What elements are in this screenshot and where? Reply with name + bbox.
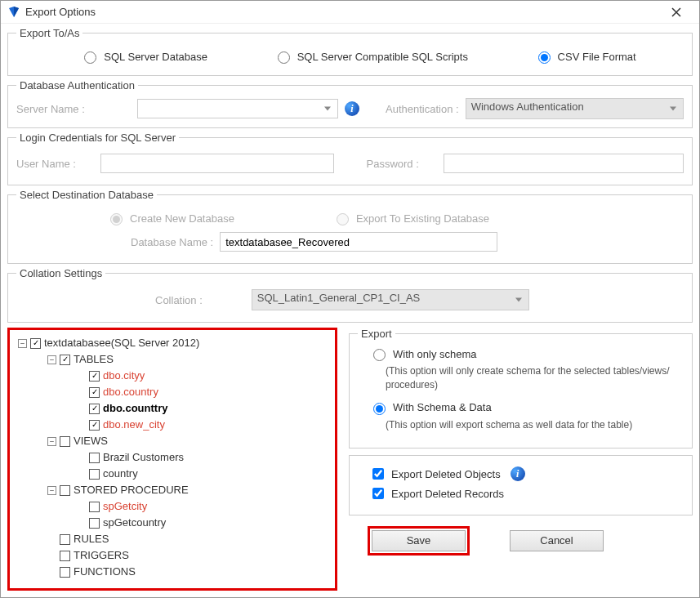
user-name-label: User Name : [16, 158, 76, 170]
collation-select[interactable]: SQL_Latin1_General_CP1_CI_AS [252, 289, 529, 310]
export-to-as-legend: Export To/As [16, 27, 82, 39]
object-tree[interactable]: −textdatabasee(SQL Server 2012) −TABLES … [7, 328, 337, 591]
tree-label-rules: RULES [74, 531, 109, 547]
radio-sql-scripts-input[interactable] [278, 51, 290, 64]
tree-item[interactable]: Brazil Customers [103, 449, 184, 466]
schema-data-desc: (This option will export schema as well … [386, 418, 684, 432]
login-credentials-legend: Login Credentials for SQL Server [16, 132, 179, 144]
tree-label-functions: FUNCTIONS [74, 564, 136, 580]
radio-sql-server-database[interactable]: SQL Server Database [80, 49, 207, 64]
database-name-input[interactable] [220, 232, 497, 252]
check-export-deleted-records[interactable] [372, 488, 384, 499]
password-label: Password : [367, 158, 419, 170]
tree-item[interactable]: spGetcountry [103, 515, 166, 531]
destination-db-group: Select Destination Database Create New D… [7, 189, 693, 264]
tree-check[interactable] [89, 420, 100, 431]
tree-collapse-icon[interactable]: − [47, 437, 56, 446]
tree-check-sp[interactable] [60, 485, 70, 496]
collation-label: Collation : [155, 294, 203, 306]
window-title: Export Options [25, 6, 660, 18]
tree-collapse-icon[interactable]: − [18, 339, 27, 348]
authentication-select[interactable]: Windows Authentication [466, 98, 684, 119]
export-to-as-group: Export To/As SQL Server Database SQL Ser… [7, 27, 693, 76]
radio-create-new-db[interactable]: Create New Database [106, 211, 234, 225]
tree-item[interactable]: spGetcity [103, 498, 147, 515]
database-auth-group: Database Authentication Server Name : i … [7, 79, 693, 128]
label-export-deleted-objects: Export Deleted Objects [391, 468, 501, 480]
info-icon[interactable]: i [511, 466, 525, 481]
tree-check-root[interactable] [30, 338, 41, 349]
collation-legend: Collation Settings [16, 267, 105, 279]
tree-collapse-icon[interactable]: − [47, 355, 56, 364]
collation-group: Collation Settings Collation : SQL_Latin… [7, 267, 693, 323]
tree-check[interactable] [89, 502, 100, 512]
radio-sql-server-database-input[interactable] [84, 51, 96, 64]
tree-collapse-icon[interactable]: − [47, 486, 56, 495]
radio-export-existing-db[interactable]: Export To Existing Database [332, 211, 489, 225]
tree-label-root: textdatabasee(SQL Server 2012) [44, 335, 199, 351]
radio-export-existing-db-input[interactable] [337, 213, 349, 225]
destination-db-legend: Select Destination Database [16, 189, 157, 201]
tree-check[interactable] [89, 404, 100, 414]
authentication-label: Authentication : [386, 103, 459, 115]
tree-item[interactable]: dbo.new_city [103, 417, 165, 433]
database-auth-legend: Database Authentication [16, 79, 138, 91]
only-schema-desc: (This option will only create schema for… [386, 364, 684, 392]
tree-label-triggers: TRIGGERS [74, 547, 129, 564]
info-icon[interactable]: i [345, 101, 359, 116]
server-name-label: Server Name : [16, 103, 131, 115]
radio-schema-data[interactable]: With Schema & Data [369, 400, 684, 415]
tree-check-views[interactable] [60, 436, 70, 447]
tree-label-views: VIEWS [74, 433, 108, 449]
radio-create-new-db-input[interactable] [110, 213, 123, 225]
radio-only-schema[interactable]: With only schema [369, 346, 684, 361]
tree-check[interactable] [89, 469, 100, 480]
radio-csv-file-format[interactable]: CSV File Format [534, 49, 636, 64]
export-group: Export With only schema (This option wil… [349, 328, 693, 448]
tree-check-functions[interactable] [60, 567, 70, 578]
tree-item[interactable]: dbo.country [103, 384, 158, 400]
export-legend: Export [358, 328, 395, 340]
tree-item[interactable]: country [103, 466, 138, 482]
radio-schema-data-input[interactable] [373, 403, 386, 415]
tree-item[interactable]: dbo.counttry [103, 400, 167, 417]
app-icon [7, 6, 20, 19]
options-box: Export Deleted Objects i Export Deleted … [349, 455, 693, 515]
tree-label-sp: STORED PROCEDURE [74, 482, 189, 498]
database-name-label: Database Name : [131, 236, 213, 248]
user-name-input[interactable] [100, 154, 334, 173]
password-input[interactable] [444, 154, 684, 173]
label-export-deleted-records: Export Deleted Records [391, 488, 504, 500]
check-export-deleted-objects[interactable] [372, 468, 384, 480]
login-credentials-group: Login Credentials for SQL Server User Na… [7, 132, 693, 185]
tree-check[interactable] [89, 453, 100, 463]
tree-check[interactable] [89, 371, 100, 382]
radio-csv-file-format-input[interactable] [538, 51, 551, 64]
tree-check-triggers[interactable] [60, 551, 70, 561]
save-button[interactable]: Save [372, 530, 466, 551]
radio-only-schema-input[interactable] [373, 349, 386, 361]
tree-check[interactable] [89, 387, 100, 398]
tree-item[interactable]: dbo.cityy [103, 368, 145, 384]
radio-sql-scripts[interactable]: SQL Server Compatible SQL Scripts [274, 49, 468, 64]
tree-label-tables: TABLES [74, 351, 114, 368]
server-name-combo[interactable] [137, 99, 338, 118]
cancel-button[interactable]: Cancel [510, 530, 604, 551]
tree-check[interactable] [89, 518, 100, 529]
tree-check-tables[interactable] [60, 355, 70, 365]
tree-check-rules[interactable] [60, 534, 70, 545]
close-button[interactable] [660, 2, 693, 22]
